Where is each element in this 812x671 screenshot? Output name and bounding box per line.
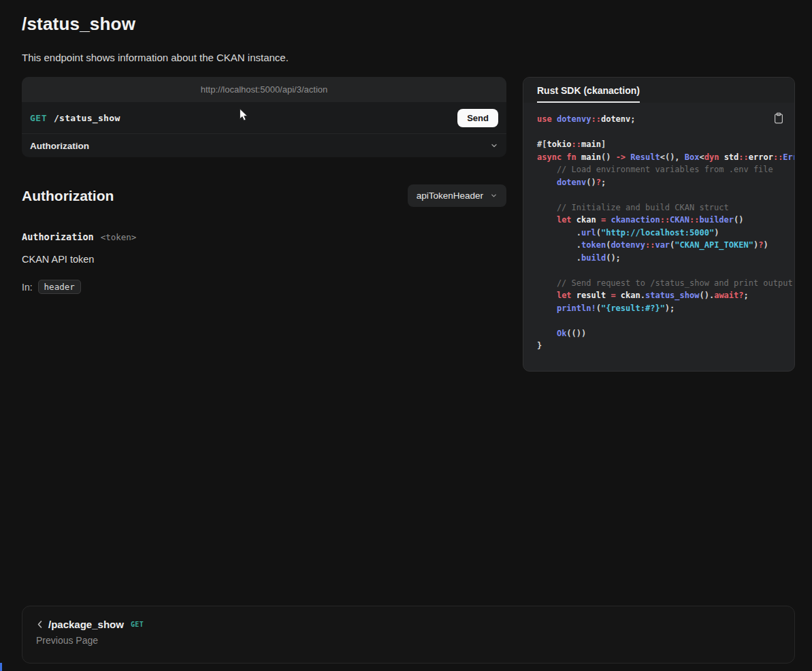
page-title: /status_show (22, 14, 795, 35)
tab-rust-sdk[interactable]: Rust SDK (ckanaction) (537, 78, 640, 103)
param-type: <token> (101, 232, 137, 242)
endpoint-description: This endpoint shows information about th… (22, 52, 795, 63)
previous-page-card[interactable]: /package_show GET Previous Page (22, 606, 795, 664)
request-method-row: GET /status_show Send (22, 102, 506, 133)
chevron-down-icon (490, 192, 498, 199)
request-path: /status_show (54, 113, 120, 123)
param-in-badge: header (38, 280, 81, 294)
code-sample-tabs: Rust SDK (ckanaction) (523, 78, 794, 103)
base-url-bar[interactable]: http://localhost:5000/api/3/action (22, 77, 506, 102)
auth-scheme-select[interactable]: apiTokenHeader (408, 184, 506, 207)
previous-page-method-badge: GET (131, 621, 144, 628)
code-sample-panel: Rust SDK (ckanaction) use dotenvy::doten… (523, 77, 795, 372)
code-block: use dotenvy::dotenv; #[tokio::main]async… (537, 113, 794, 353)
chevron-down-icon (490, 142, 498, 150)
clipboard-icon (774, 112, 783, 124)
param-name: Authorization (22, 231, 94, 242)
tab-rust-sdk-label: Rust SDK (ckanaction) (537, 85, 640, 96)
copy-button[interactable] (774, 112, 783, 126)
chevron-left-icon (36, 620, 44, 629)
page-header: /status_show This endpoint shows informa… (0, 0, 812, 63)
authorization-heading: Authorization (22, 188, 114, 204)
api-client-card: http://localhost:5000/api/3/action GET /… (22, 77, 506, 157)
bottom-left-accent-fragment (0, 663, 2, 671)
previous-page-title: /package_show (48, 619, 124, 630)
auth-scheme-value: apiTokenHeader (417, 191, 483, 201)
page: /status_show This endpoint shows informa… (0, 0, 812, 671)
auth-row-label: Authorization (30, 141, 89, 151)
http-method-badge: GET (30, 113, 47, 123)
authorization-section-header: Authorization apiTokenHeader (22, 184, 506, 207)
auth-parameter: Authorization <token> CKAN API token In:… (22, 231, 506, 294)
send-button[interactable]: Send (457, 109, 498, 127)
auth-collapsible-row[interactable]: Authorization (22, 133, 506, 157)
param-description: CKAN API token (22, 254, 506, 265)
previous-page-label: Previous Page (36, 635, 781, 646)
param-in-label: In: (22, 282, 33, 293)
